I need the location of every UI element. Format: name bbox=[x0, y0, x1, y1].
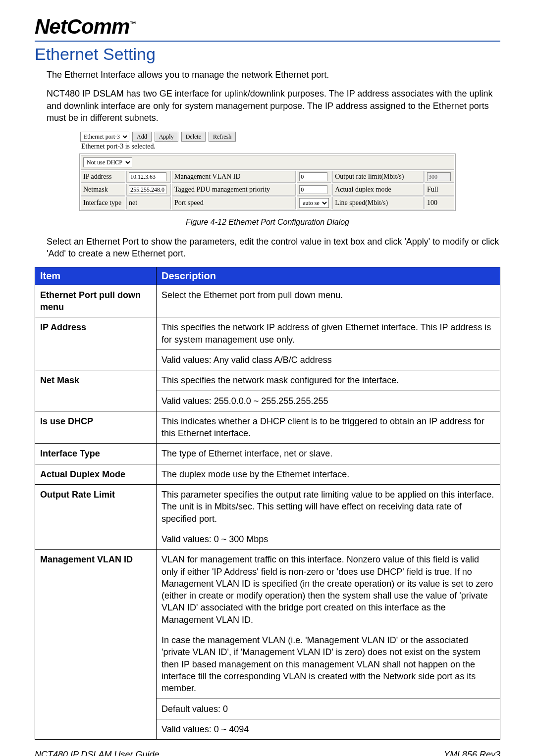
page-footer: NCT480 IP DSLAM User Guide 70 YML856 Rev… bbox=[35, 750, 500, 756]
trademark-icon: ™ bbox=[129, 20, 136, 28]
table-item: Net Mask bbox=[35, 370, 157, 411]
iftype-label: Interface type bbox=[81, 197, 125, 209]
table-item: Actual Duplex Mode bbox=[35, 464, 157, 484]
table-desc: This parameter specifies the output rate… bbox=[157, 485, 500, 529]
table-item: IP Address bbox=[35, 317, 157, 370]
portspeed-select[interactable]: auto select bbox=[299, 198, 329, 208]
footer-guide: NCT480 IP DSLAM User Guide bbox=[35, 750, 159, 756]
delete-button[interactable]: Delete bbox=[181, 132, 206, 142]
dialog-toolbar: Ethernet port-3 Add Apply Delete Refresh bbox=[79, 131, 456, 142]
table-desc: Select the Ethernet port from pull down … bbox=[157, 285, 500, 317]
detail-paragraph: NCT480 IP DSLAM has two GE interface for… bbox=[47, 88, 500, 124]
table-desc: The duplex mode use by the Ethernet inte… bbox=[157, 464, 500, 484]
intro-paragraph: The Ethernet Interface allows you to man… bbox=[47, 69, 500, 81]
tagged-label: Tagged PDU management priority bbox=[172, 184, 296, 196]
config-grid: Not use DHCP IP address Management VLAN … bbox=[79, 153, 456, 211]
iftype-value: net bbox=[126, 197, 171, 209]
table-desc: VLAN for management traffic on this inte… bbox=[157, 550, 500, 630]
brand-name: NetComm bbox=[35, 15, 129, 38]
table-item: Management VLAN ID bbox=[35, 550, 157, 740]
table-desc: Valid values: 255.0.0.0 ~ 255.255.255.25… bbox=[157, 391, 500, 411]
table-item: Is use DHCP bbox=[35, 411, 157, 444]
col-desc: Description bbox=[157, 267, 500, 285]
table-desc: Valid values: 0 ~ 300 Mbps bbox=[157, 529, 500, 549]
out-rate-label: Output rate limit(Mbit/s) bbox=[332, 171, 424, 183]
table-desc: This indicates whether a DHCP client is … bbox=[157, 411, 500, 444]
out-rate-value bbox=[427, 172, 451, 181]
linespeed-label: Line speed(Mbit/s) bbox=[332, 197, 424, 209]
netmask-input[interactable] bbox=[129, 185, 166, 194]
duplex-value: Full bbox=[425, 184, 454, 196]
table-item: Output Rate Limit bbox=[35, 485, 157, 550]
apply-button[interactable]: Apply bbox=[155, 132, 178, 142]
table-desc: Default values: 0 bbox=[157, 699, 500, 719]
table-item: Ethernet Port pull down menu bbox=[35, 285, 157, 317]
netmask-label: Netmask bbox=[81, 184, 125, 196]
table-desc: This specifies the network mask configur… bbox=[157, 370, 500, 391]
portspeed-label: Port speed bbox=[172, 197, 296, 209]
header-bar: NetComm™ bbox=[35, 15, 500, 42]
brand-logo: NetComm™ bbox=[35, 15, 136, 39]
linespeed-value: 100 bbox=[425, 197, 454, 209]
add-button[interactable]: Add bbox=[132, 132, 152, 142]
figure-caption: Figure 4-12 Ethernet Port Configuration … bbox=[35, 218, 500, 227]
refresh-button[interactable]: Refresh bbox=[209, 132, 236, 142]
page-title: Ethernet Setting bbox=[35, 45, 500, 64]
tagged-input[interactable] bbox=[299, 185, 327, 194]
usage-paragraph: Select an Ethernet Port to show the para… bbox=[47, 236, 500, 260]
footer-rev: YML856 Rev3 bbox=[411, 750, 500, 756]
ip-label: IP address bbox=[81, 171, 125, 183]
ethernet-port-select[interactable]: Ethernet port-3 bbox=[80, 132, 129, 142]
dialog-status: Ethernet port-3 is selected. bbox=[79, 142, 456, 153]
col-item: Item bbox=[35, 267, 157, 285]
duplex-label: Actual duplex mode bbox=[332, 184, 424, 196]
mgmt-vlan-input[interactable] bbox=[299, 172, 327, 181]
table-desc: Valid values: 0 ~ 4094 bbox=[157, 719, 500, 739]
ip-input[interactable] bbox=[129, 172, 166, 181]
mgmt-vlan-label: Management VLAN ID bbox=[172, 171, 296, 183]
table-desc: In case the management VLAN (i.e. 'Manag… bbox=[157, 630, 500, 699]
table-item: Interface Type bbox=[35, 444, 157, 464]
ethernet-config-dialog: Ethernet port-3 Add Apply Delete Refresh… bbox=[79, 131, 456, 211]
table-desc: The type of Ethernet interface, net or s… bbox=[157, 444, 500, 464]
table-desc: Valid values: Any valid class A/B/C addr… bbox=[157, 350, 500, 370]
description-table: Item Description Ethernet Port pull down… bbox=[35, 267, 500, 740]
table-desc: This specifies the network IP address of… bbox=[157, 317, 500, 350]
dhcp-select[interactable]: Not use DHCP bbox=[83, 157, 132, 167]
